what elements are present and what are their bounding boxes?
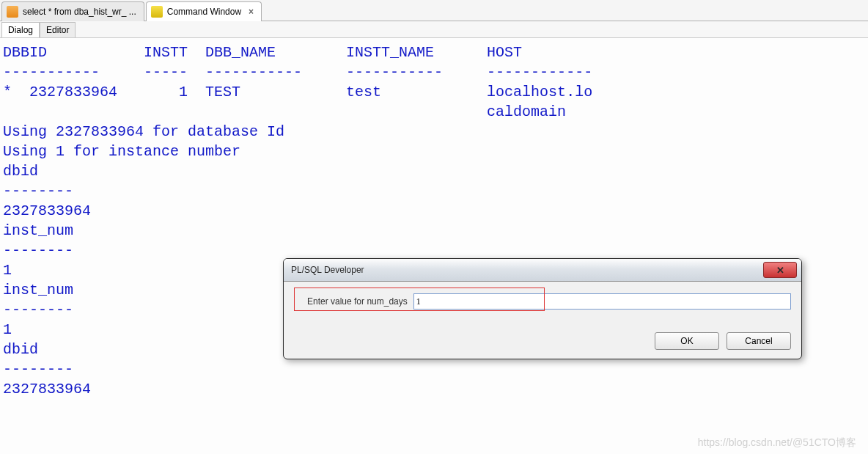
close-icon: ✕: [776, 265, 784, 276]
dialog-body: Enter value for num_days: [284, 282, 801, 311]
input-dialog: PL/SQL Developer ✕ Enter value for num_d…: [283, 258, 802, 359]
sql-icon: [7, 6, 18, 18]
editor-tab-bar: select * from dba_hist_wr_ ... Command W…: [0, 0, 868, 21]
highlight-box: [294, 288, 545, 311]
dialog-close-button[interactable]: ✕: [763, 262, 797, 278]
tab-sql-query[interactable]: select * from dba_hist_wr_ ...: [1, 1, 144, 21]
dialog-titlebar[interactable]: PL/SQL Developer ✕: [284, 259, 801, 282]
dialog-title: PL/SQL Developer: [291, 265, 364, 275]
tab-command-window[interactable]: Command Window ×: [146, 1, 262, 21]
close-icon[interactable]: ×: [249, 7, 254, 17]
tab-sql-label: select * from dba_hist_wr_ ...: [23, 7, 136, 17]
tab-cmd-label: Command Window: [167, 7, 241, 17]
command-window-icon: [151, 6, 163, 18]
subtab-dialog[interactable]: Dialog: [1, 22, 40, 37]
watermark: https://blog.csdn.net/@51CTO博客: [698, 436, 856, 450]
dialog-button-row: OK Cancel: [655, 332, 791, 350]
ok-button[interactable]: OK: [655, 332, 719, 350]
cancel-button[interactable]: Cancel: [727, 332, 791, 350]
subtab-editor[interactable]: Editor: [40, 22, 76, 37]
command-subtab-bar: Dialog Editor: [0, 21, 868, 38]
